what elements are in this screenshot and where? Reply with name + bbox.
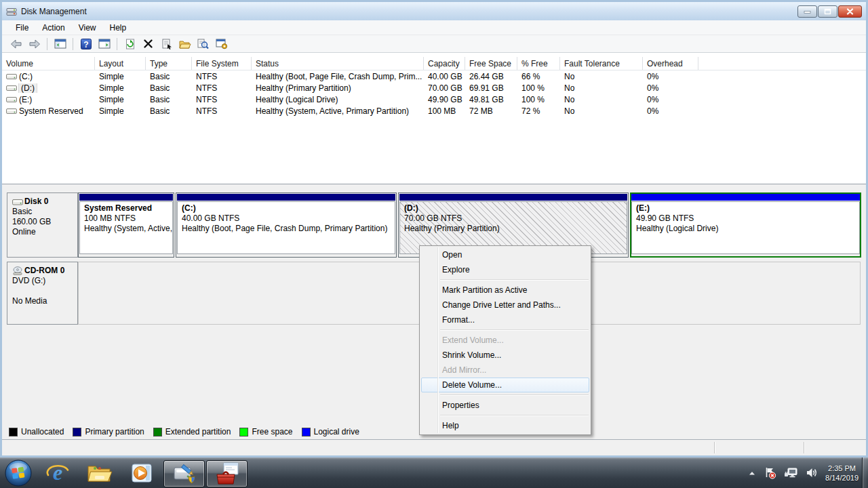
- screen: Disk Management FileActionViewHelp: [0, 0, 868, 488]
- menu-item-delete-volume[interactable]: Delete Volume...: [421, 378, 589, 392]
- column-header[interactable]: Free Space: [465, 57, 517, 70]
- close-button[interactable]: [838, 5, 862, 18]
- disk0-info-panel[interactable]: Disk 0 Basic 160.00 GB Online: [7, 192, 78, 258]
- column-header[interactable]: File System: [192, 57, 252, 70]
- start-button[interactable]: [0, 458, 37, 488]
- cell-file_system: NTFS: [192, 72, 252, 81]
- column-header-filler: [698, 57, 866, 70]
- menu-item-shrink-volume[interactable]: Shrink Volume...: [421, 348, 589, 363]
- taskbar-internet-explorer[interactable]: e: [37, 458, 79, 488]
- legend-item: Extended partition: [153, 427, 231, 436]
- show-hidden-icons-button[interactable]: [748, 470, 756, 476]
- disk-management-icon: [172, 462, 197, 486]
- menu-item-properties[interactable]: Properties: [421, 398, 589, 413]
- network-icon[interactable]: [784, 467, 798, 479]
- column-header[interactable]: Type: [146, 57, 192, 70]
- cell-fault_tolerance: No: [560, 72, 643, 81]
- column-header[interactable]: Overhead: [643, 57, 698, 70]
- refresh-button[interactable]: [121, 37, 138, 52]
- cell-free_space: 49.81 GB: [465, 95, 517, 104]
- column-header[interactable]: Capacity: [424, 57, 465, 70]
- volume-row[interactable]: (E:)SimpleBasicNTFSHealthy (Logical Driv…: [2, 94, 866, 105]
- cell-free_space: 26.44 GB: [465, 72, 517, 81]
- menu-item-open[interactable]: Open: [421, 247, 589, 262]
- legend-label: Unallocated: [21, 427, 64, 436]
- disk0-state: Online: [12, 227, 76, 237]
- partition-status: Healthy (System, Active,: [84, 224, 171, 234]
- volume-icon[interactable]: [806, 467, 818, 479]
- folder-icon: [87, 463, 113, 483]
- maximize-button[interactable]: [818, 5, 837, 18]
- menu-file[interactable]: File: [9, 21, 35, 35]
- menu-help[interactable]: Help: [103, 21, 134, 35]
- help-button[interactable]: ?: [77, 37, 94, 52]
- column-header[interactable]: % Free: [517, 57, 560, 70]
- partition-header-primary: [79, 194, 173, 201]
- menu-view[interactable]: View: [72, 21, 103, 35]
- context-menu-items: OpenExploreMark Partition as ActiveChang…: [420, 247, 591, 433]
- menu-item-format[interactable]: Format...: [421, 312, 589, 327]
- volume-label: (D:): [19, 83, 37, 93]
- column-header[interactable]: Fault Tolerance: [560, 57, 643, 70]
- cdrom-name: CD-ROM 0: [24, 266, 64, 276]
- menu-item-add-mirror[interactable]: Add Mirror...: [421, 363, 589, 378]
- menu-item-explore[interactable]: Explore: [421, 262, 589, 277]
- forward-button[interactable]: [26, 37, 43, 52]
- partition-c[interactable]: (C:) 40.00 GB NTFS Healthy (Boot, Page F…: [176, 192, 397, 258]
- cell-status: Healthy (Logical Drive): [252, 95, 424, 104]
- cell-overhead: 0%: [643, 95, 698, 104]
- column-header[interactable]: Layout: [95, 57, 146, 70]
- menu-action[interactable]: Action: [35, 21, 71, 35]
- partition-label: (D:): [404, 203, 625, 214]
- show-hide-console-tree-button[interactable]: [52, 37, 68, 52]
- taskbar-disk-management-button[interactable]: [163, 460, 205, 487]
- taskbar-media-player[interactable]: [121, 458, 163, 488]
- cell-volume: (D:): [2, 83, 95, 93]
- open-folder-icon: [179, 39, 191, 49]
- menubar: FileActionViewHelp: [2, 20, 866, 35]
- menu-item-change-drive-letter-and-paths[interactable]: Change Drive Letter and Paths...: [421, 298, 589, 312]
- clock-time: 2:35 PM: [825, 464, 859, 473]
- cell-volume: System Reserved: [2, 106, 95, 116]
- open-button[interactable]: [176, 37, 193, 52]
- volume-row[interactable]: System ReservedSimpleBasicNTFSHealthy (S…: [2, 105, 866, 117]
- menu-separator: [440, 279, 589, 280]
- cell-status: Healthy (Boot, Page File, Crash Dump, Pr…: [252, 72, 424, 81]
- menu-separator: [440, 415, 589, 415]
- cdrom-info-panel[interactable]: CD-ROM 0 DVD (G:) No Media: [7, 262, 78, 325]
- volume-drive-icon: [6, 84, 17, 92]
- show-hide-action-pane-button[interactable]: [96, 37, 113, 52]
- taskbar-toolbox-button[interactable]: [206, 460, 248, 487]
- status-divider: [804, 442, 804, 453]
- find-button[interactable]: [195, 37, 212, 52]
- manage-button[interactable]: [213, 37, 230, 52]
- action-center-icon[interactable]: [764, 466, 776, 479]
- properties-button[interactable]: [158, 37, 175, 52]
- cell-file_system: NTFS: [192, 83, 252, 93]
- column-header[interactable]: Volume: [2, 57, 95, 70]
- taskbar-windows-explorer[interactable]: [79, 458, 121, 488]
- volume-row[interactable]: (C:)SimpleBasicNTFSHealthy (Boot, Page F…: [2, 70, 866, 82]
- partition-header-logical: [631, 194, 860, 201]
- system-tray: 2:35 PM 8/14/2019: [748, 458, 860, 488]
- show-desktop-button[interactable]: [862, 458, 868, 488]
- menu-item-help[interactable]: Help: [421, 418, 589, 433]
- minimize-button[interactable]: [797, 5, 817, 18]
- partition-e-extended[interactable]: (E:) 49.90 GB NTFS Healthy (Logical Driv…: [630, 192, 861, 258]
- menu-item-mark-partition-as-active[interactable]: Mark Partition as Active: [421, 283, 589, 298]
- partition-status: Healthy (Primary Partition): [404, 224, 625, 234]
- title-bar[interactable]: Disk Management: [2, 2, 866, 20]
- column-header[interactable]: Status: [252, 57, 424, 70]
- volume-label: System Reserved: [19, 106, 83, 116]
- taskbar-clock[interactable]: 2:35 PM 8/14/2019: [825, 464, 860, 483]
- back-button[interactable]: [7, 37, 24, 52]
- menu-item-extend-volume[interactable]: Extend Volume...: [421, 333, 589, 348]
- status-divider: [714, 442, 715, 453]
- cell-type: Basic: [146, 72, 192, 81]
- volume-row[interactable]: (D:)SimpleBasicNTFSHealthy (Primary Part…: [2, 82, 866, 94]
- cell-type: Basic: [146, 106, 192, 116]
- delete-volume-button[interactable]: [140, 37, 157, 52]
- partition-system-reserved[interactable]: System Reserved 100 MB NTFS Healthy (Sys…: [78, 192, 174, 258]
- app-icon: [6, 6, 17, 17]
- legend-item: Free space: [239, 427, 292, 436]
